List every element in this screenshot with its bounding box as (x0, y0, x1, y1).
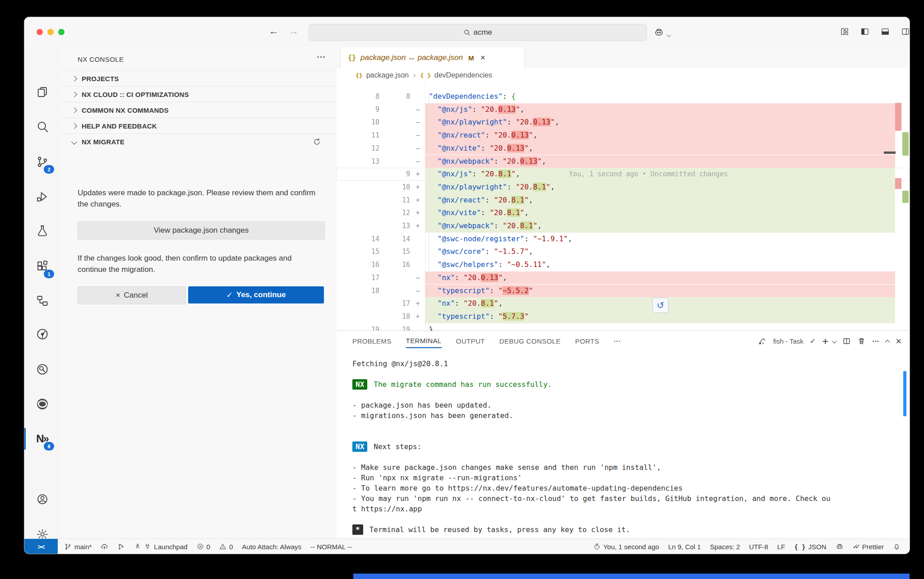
terminal-instance-label[interactable]: fish - Task (773, 337, 803, 345)
terminal-scrollbar[interactable] (903, 371, 906, 416)
diff-row[interactable]: 12– "@nx/vite": "20.0.13", (337, 142, 910, 155)
activity-item-search[interactable] (24, 114, 60, 140)
status-item-auto-attach-always[interactable]: Auto Attach: Always (242, 543, 301, 551)
close-panel-icon[interactable]: × (896, 335, 901, 347)
zoom-window-button[interactable] (58, 29, 65, 35)
activity-item-testing[interactable] (24, 218, 60, 244)
back-arrow-icon[interactable]: ← (269, 25, 279, 37)
diff-row[interactable]: 17– "nx": "20.0.13", (337, 271, 910, 285)
diff-row[interactable]: 1414 "@swc-node/register": "~1.9.1", (337, 233, 910, 246)
sidebar-section-nx-cloud-ci-optimizations[interactable]: NX CLOUD :: CI OPTIMIZATIONS (60, 86, 337, 102)
status-item-ln-9-col-1[interactable]: Ln 9, Col 1 (668, 543, 701, 551)
yes-continue-button[interactable]: ✓Yes, continue (188, 286, 324, 303)
status-item-0[interactable]: 0 (197, 543, 210, 551)
code-line: "typescript": "5.7.3" (420, 310, 529, 323)
status-item-spaces-2[interactable]: Spaces: 2 (710, 543, 740, 551)
activity-item-run-debug[interactable] (24, 184, 60, 210)
status-item-utf-8[interactable]: UTF-8 (749, 543, 768, 551)
diff-row[interactable]: 11– "@nx/react": "20.0.13", (337, 129, 910, 142)
status-item-0[interactable]: 0 (219, 543, 233, 551)
copilot-icon[interactable] (654, 27, 664, 37)
sidebar-section-projects[interactable]: PROJECTS (60, 70, 337, 87)
sidebar-section-common-nx-commands[interactable]: COMMON NX COMMANDS (60, 102, 337, 118)
cancel-button[interactable]: ×Cancel (78, 286, 186, 304)
sidebar-left-icon[interactable] (860, 27, 869, 36)
layout-icon[interactable] (840, 27, 849, 36)
diff-row[interactable]: 1515 "@swc/core": "~1.5.7", (337, 245, 910, 258)
diff-row[interactable]: 11+ "@nx/react": "20.8.1", (337, 194, 910, 207)
status-item[interactable] (836, 542, 844, 551)
panel-tab-ports[interactable]: PORTS (575, 335, 599, 348)
sidebar-section-help-and-feedback[interactable]: HELP AND FEEDBACK (60, 118, 337, 134)
breadcrumb-file[interactable]: package.json (366, 71, 409, 79)
diff-row[interactable]: 88 "devDependencies": { (337, 90, 910, 103)
minimize-window-button[interactable] (47, 29, 54, 35)
diff-row[interactable]: 13– "@nx/webpack": "20.0.13", (337, 155, 910, 168)
breadcrumb-separator: › (413, 71, 416, 79)
panel-tab-output[interactable]: OUTPUT (456, 335, 485, 348)
status-item-you-1-second-ago[interactable]: You, 1 second ago (593, 543, 659, 551)
diff-row[interactable]: 18+ "typescript": "5.7.3" (337, 310, 910, 323)
panel-bottom-icon[interactable] (881, 27, 890, 36)
activity-item-project-boxes[interactable] (24, 288, 60, 314)
activity-item-nx-console[interactable]: N»8 (24, 426, 60, 452)
diff-editor[interactable]: 88 "devDependencies": {9– "@nx/js": "20.… (337, 83, 910, 331)
diff-row[interactable]: 10– "@nx/playwright": "20.0.13", (337, 116, 910, 129)
view-package-json-changes-button[interactable]: View package.json changes (78, 221, 325, 239)
diff-row[interactable]: 1919 } (337, 323, 910, 331)
forward-arrow-icon[interactable]: → (289, 25, 299, 37)
activity-item-console-swirl[interactable] (24, 391, 60, 417)
status-item[interactable] (117, 543, 125, 551)
sidebar-section-nx-migrate[interactable]: NX MIGRATE (60, 133, 337, 150)
panel-tabs-more-icon[interactable]: ··· (614, 335, 621, 348)
status-item-lf[interactable]: LF (777, 543, 785, 551)
status-item[interactable] (893, 543, 901, 551)
status-item-json[interactable]: { }JSON (794, 543, 826, 551)
diff-row[interactable]: 10+ "@nx/playwright": "20.8.1", (337, 181, 910, 194)
status-item-prettier[interactable]: ✓✓Prettier (853, 542, 884, 551)
account-icon (36, 493, 49, 505)
line-number-original: 9 (337, 103, 379, 116)
new-terminal-button[interactable]: + (822, 335, 828, 348)
tab-close-icon[interactable]: × (480, 53, 485, 63)
activity-item-account[interactable] (24, 486, 60, 512)
activity-item-explorer[interactable] (24, 79, 60, 105)
vscode-window: ← → acme 21N»8 NX CONSOLE ··· PROJECTSNX… (24, 17, 910, 554)
panel-more-actions-icon[interactable]: ··· (872, 337, 879, 345)
split-terminal-icon[interactable] (842, 337, 851, 345)
close-window-button[interactable] (37, 29, 43, 35)
status-item-launchpad[interactable]: Launchpad (134, 543, 187, 551)
panel-tab-terminal[interactable]: TERMINAL (406, 334, 442, 348)
overview-ruler[interactable] (895, 83, 910, 331)
panel-tab-problems[interactable]: PROBLEMS (352, 335, 392, 348)
terminal-dropdown-icon[interactable] (832, 339, 837, 344)
diff-row[interactable]: 13+ "@nx/webpack": "20.8.1", (337, 220, 910, 233)
tab-package-json-diff[interactable]: {} package.json ↔ package.json M × (340, 47, 525, 68)
diff-row[interactable]: 9+ "@nx/js": "20.8.1",You, 1 second ago … (337, 168, 910, 181)
status-item[interactable] (101, 543, 108, 551)
line-number-original: 17 (337, 271, 379, 285)
revert-change-icon[interactable]: ↺ (652, 298, 669, 313)
kill-terminal-icon[interactable] (857, 337, 866, 345)
status-item-main-[interactable]: main* (64, 543, 92, 551)
panel-tab-debug-console[interactable]: DEBUG CONSOLE (499, 335, 561, 348)
activity-item-commit-circle[interactable] (24, 321, 60, 347)
diff-row[interactable]: 12+ "@nx/vite": "20.8.1", (337, 207, 910, 220)
refresh-icon[interactable] (313, 138, 321, 146)
copilot-chevron-down-icon[interactable] (667, 30, 670, 38)
diff-row[interactable]: 1616 "@swc/helpers": "~0.5.11", (337, 258, 910, 271)
diff-row[interactable]: 18– "typescript": "~5.5.2" (337, 285, 910, 298)
status-item--normal-[interactable]: -- NORMAL -- (310, 543, 352, 551)
activity-item-gitlens[interactable] (24, 356, 60, 382)
diff-row[interactable]: 17+ "nx": "20.8.1", (337, 297, 910, 310)
sidebar-more-actions-icon[interactable]: ··· (317, 52, 326, 62)
diff-row[interactable]: 9– "@nx/js": "20.0.13", (337, 103, 910, 116)
remote-indicator[interactable]: >< (24, 539, 58, 554)
breadcrumb-symbol[interactable]: devDependencies (434, 71, 492, 79)
command-center-search[interactable]: acme (309, 24, 647, 41)
activity-item-extensions[interactable]: 1 (24, 253, 60, 280)
breadcrumb: {} package.json › { } devDependencies (337, 68, 910, 83)
activity-item-source-control[interactable]: 2 (24, 149, 60, 175)
sidebar-right-icon[interactable] (901, 27, 910, 36)
maximize-panel-icon[interactable] (885, 340, 890, 345)
